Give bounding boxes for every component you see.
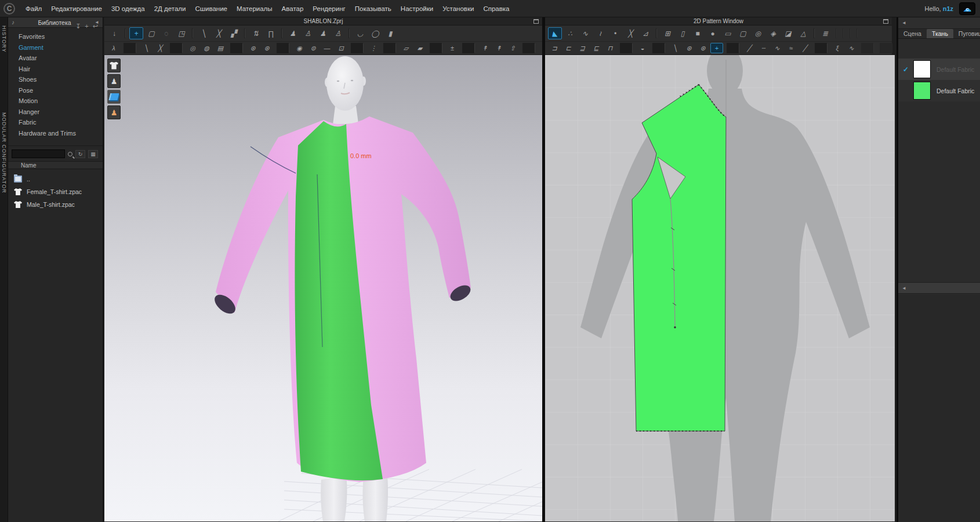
polygon-tool[interactable]: ▯ bbox=[676, 27, 689, 39]
select-move-tool[interactable]: + bbox=[129, 27, 143, 39]
sewing-pin-tool[interactable]: ╳ bbox=[212, 27, 226, 39]
add-favorite-icon[interactable]: + bbox=[85, 22, 88, 30]
edit-curve-tool[interactable]: ∿ bbox=[578, 27, 592, 39]
library-search-input[interactable] bbox=[12, 149, 65, 158]
flatten-panel-tool[interactable]: ▱ bbox=[400, 43, 412, 53]
2d-window-titlebar[interactable]: 2D Pattern Window bbox=[545, 17, 892, 25]
eraser-tool[interactable]: ◪ bbox=[781, 27, 795, 39]
file-male-tshirt[interactable]: Male_T-shirt.zpac bbox=[8, 198, 103, 211]
zipper-tool[interactable]: ⋮ bbox=[367, 43, 380, 53]
select-lasso-tool[interactable]: ◌ bbox=[159, 27, 173, 39]
pattern-copy-tool[interactable]: ⊞ bbox=[660, 27, 674, 39]
pin-tack-tool[interactable]: ◎ bbox=[186, 43, 199, 53]
menu-file[interactable]: Файл bbox=[21, 0, 46, 17]
menu-edit[interactable]: Редактирование bbox=[46, 0, 107, 17]
undo-icon[interactable]: ↩ bbox=[93, 22, 98, 30]
menu-sewing[interactable]: Сшивание bbox=[191, 0, 233, 17]
curve-tape-tool[interactable]: ◡ bbox=[353, 27, 367, 39]
tape-edit-tool[interactable]: ♟ bbox=[316, 27, 330, 39]
pleats-tool[interactable]: ≣ bbox=[818, 27, 832, 39]
fabric-row-default-white[interactable]: ✓ Default Fabric bbox=[898, 59, 980, 80]
menu-materials[interactable]: Материалы bbox=[232, 0, 277, 17]
3d-viewport[interactable]: ♟♟ 0.0 mm bbox=[104, 55, 542, 521]
library-item-motion[interactable]: Motion bbox=[8, 96, 103, 107]
tape-body-tool[interactable]: ♟ bbox=[286, 27, 300, 39]
seam-wave-tool[interactable]: ∿ bbox=[771, 43, 783, 53]
circle-tape-tool[interactable]: ◯ bbox=[368, 27, 382, 39]
pin-2d-tool[interactable]: ╲ bbox=[669, 43, 681, 53]
column-header-name[interactable]: Name bbox=[8, 161, 103, 169]
sew-segment-tool[interactable]: ⊐ bbox=[548, 43, 561, 53]
download-icon[interactable]: ↧ bbox=[75, 22, 81, 30]
menu-avatar[interactable]: Аватар bbox=[277, 0, 308, 17]
sew-multi-segment-tool[interactable]: ⊒ bbox=[576, 43, 589, 53]
fabric-swatch[interactable] bbox=[913, 82, 931, 100]
steam-fold-tool[interactable]: ▤ bbox=[214, 43, 227, 53]
file-parent-folder[interactable]: .. bbox=[8, 173, 103, 185]
refresh-button[interactable]: ↻ bbox=[75, 150, 85, 158]
file-female-tshirt[interactable]: Female_T-shirt.zpac bbox=[8, 185, 103, 198]
cloud-account-button[interactable]: ☁ C bbox=[959, 2, 975, 15]
library-item-favorites[interactable]: Favorites bbox=[8, 31, 103, 42]
seam-curve-tool[interactable]: ≈ bbox=[785, 43, 797, 53]
tab-history[interactable]: HISTORY bbox=[0, 23, 8, 55]
cut-pattern-tool[interactable]: ╳ bbox=[623, 27, 637, 39]
select-pattern-tool[interactable]: ◳ bbox=[175, 27, 188, 39]
grab-mesh-tool[interactable]: ╳ bbox=[154, 43, 166, 53]
tab-fabric[interactable]: Ткань bbox=[927, 29, 953, 38]
tab-button[interactable]: Пуговица bbox=[953, 29, 980, 38]
pin-tool[interactable]: ╲ bbox=[197, 27, 210, 39]
grainline-up-tool[interactable]: ↟ bbox=[478, 43, 491, 53]
rounded-rect-tool[interactable]: ▭ bbox=[721, 27, 735, 39]
3d-window-titlebar[interactable]: SHABLON.Zprj bbox=[104, 17, 542, 25]
internal-circle-tool[interactable]: ◎ bbox=[751, 27, 765, 39]
library-item-shoes[interactable]: Shoes bbox=[8, 74, 103, 85]
maximize-icon[interactable] bbox=[883, 19, 888, 24]
menu-help[interactable]: Справка bbox=[478, 0, 514, 17]
flatten-panel-alt-tool[interactable]: ▰ bbox=[413, 43, 426, 53]
sew-free-tool[interactable]: ⊏ bbox=[562, 43, 575, 53]
button-tool[interactable]: ◉ bbox=[293, 43, 306, 53]
maximize-icon[interactable] bbox=[533, 19, 539, 24]
menu-render[interactable]: Рендеринг bbox=[308, 0, 350, 17]
2d-viewport[interactable] bbox=[545, 55, 895, 521]
pin-box-tool[interactable]: ◍ bbox=[200, 43, 213, 53]
show-sewing-toggle[interactable]: + bbox=[710, 43, 723, 53]
add-point-tool[interactable]: • bbox=[608, 27, 622, 39]
button-line-tool[interactable]: — bbox=[321, 43, 333, 53]
edit-curvature-tool[interactable]: ≀ bbox=[593, 27, 607, 39]
3d-canvas[interactable] bbox=[104, 55, 542, 521]
grid-view-button[interactable]: ▦ bbox=[88, 150, 98, 158]
tape-measure-tool[interactable]: ♙ bbox=[331, 27, 345, 39]
section-collapse-bar[interactable]: ◄ bbox=[898, 282, 980, 294]
menu-2d-pattern[interactable]: 2Д детали bbox=[150, 0, 191, 17]
show-skin-toggle[interactable]: ♟ bbox=[107, 105, 121, 119]
export-up-tool[interactable]: ⇧ bbox=[506, 43, 519, 53]
zigzag-tool[interactable]: ξ bbox=[831, 43, 844, 53]
gizmo-drop-tool[interactable]: ↓ bbox=[107, 27, 121, 39]
rectangle-tool[interactable]: ■ bbox=[691, 27, 705, 39]
transform-pattern-tool[interactable]: ◣ bbox=[548, 27, 562, 39]
panel-collapse-bar[interactable]: ◄ bbox=[898, 17, 980, 29]
collapse-panel-icon[interactable]: ◄ bbox=[902, 20, 906, 25]
menu-preferences[interactable]: Настройки bbox=[396, 0, 438, 17]
tab-modular-configurator[interactable]: MODULAR CONFIGURATOR bbox=[0, 110, 8, 196]
sew-flower-alt-tool[interactable]: ⊛ bbox=[260, 43, 273, 53]
button-lock-tool[interactable]: ⊡ bbox=[335, 43, 347, 53]
sew-multi-free-tool[interactable]: ⊑ bbox=[590, 43, 602, 53]
menu-3d-garment[interactable]: 3D одежда bbox=[107, 0, 150, 17]
show-garment-toggle[interactable] bbox=[107, 59, 121, 72]
menu-display[interactable]: Показывать bbox=[350, 0, 396, 17]
library-item-fabric[interactable]: Fabric bbox=[8, 117, 103, 128]
fold-arrangement-tool[interactable]: ▞ bbox=[227, 27, 241, 39]
seam-line-tool[interactable]: ╱ bbox=[743, 43, 756, 53]
fabric-row-default-green[interactable]: Default Fabric bbox=[898, 80, 980, 101]
measure-adjust-tool[interactable]: ± bbox=[446, 43, 459, 53]
library-item-avatar[interactable]: Avatar bbox=[8, 53, 103, 64]
collapse-section-icon[interactable]: ◄ bbox=[902, 286, 906, 291]
edit-polygon-tool[interactable]: ⊿ bbox=[638, 27, 652, 39]
library-item-hardware[interactable]: Hardware and Trims bbox=[8, 128, 103, 139]
grainline-up-alt-tool[interactable]: ↟ bbox=[492, 43, 505, 53]
avatar-walk-tool[interactable]: λ bbox=[107, 43, 120, 53]
library-item-garment[interactable]: Garment bbox=[8, 42, 103, 53]
